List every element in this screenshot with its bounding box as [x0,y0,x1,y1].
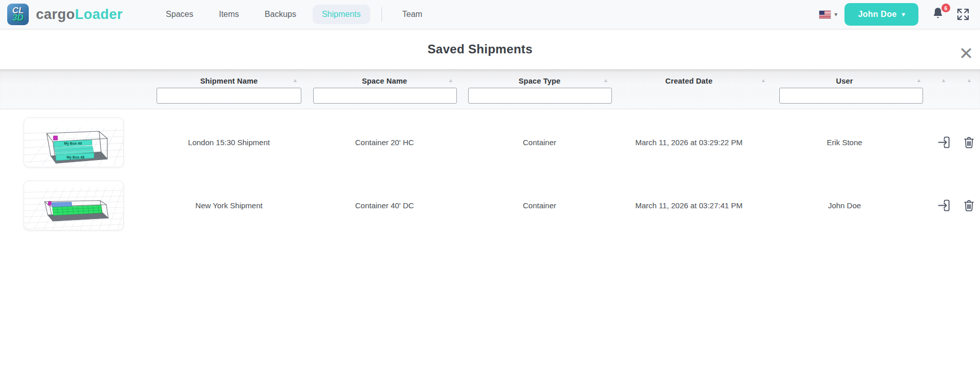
cell-created-date: March 11, 2026 at 03:29:22 PM [612,117,766,167]
container-3d-preview [24,181,123,230]
cell-user: Erik Stone [767,117,921,167]
chevron-down-icon: ▾ [902,11,905,18]
nav-divider [381,7,382,22]
column-header-shipment-name[interactable]: Shipment Name [152,77,306,85]
brand-gray-part: cargo [36,7,75,22]
fullscreen-button[interactable] [953,5,973,24]
column-header-user[interactable]: User [767,77,921,85]
brand-wordmark: cargoLoader [36,7,123,23]
us-flag-icon [819,11,831,18]
delete-shipment-button[interactable] [959,181,978,230]
app-window: CL 3D cargoLoader Spaces Items Backups S… [0,0,980,376]
cell-space-type: Container [463,181,617,230]
open-shipment-button[interactable] [934,117,953,167]
expand-icon [955,7,971,22]
shipment-thumbnail[interactable]: My Box 49 My Box 48 [24,117,124,167]
filter-input-space-name[interactable] [313,88,457,104]
user-menu-button[interactable]: John Doe ▾ [844,3,918,26]
filter-input-space-type[interactable] [468,88,612,104]
nav-item-items[interactable]: Items [209,5,248,24]
column-header-created-date[interactable]: Created Date [612,77,766,85]
modal-header: Saved Shipments [0,29,960,69]
app-logo-icon[interactable]: CL 3D [7,4,29,25]
nav-item-shipments[interactable]: Shipments [313,5,370,24]
table-row: My Box 49 My Box 48 London 15:30 Shipmen… [0,117,980,167]
user-menu-label: John Doe [858,10,896,19]
close-modal-button[interactable]: ✕ [956,43,976,64]
trash-icon [962,135,976,149]
column-header-space-type[interactable]: Space Type [463,77,617,85]
cell-space-name: Container 20' HC [308,117,462,167]
sort-asc-icon[interactable]: ▲ [602,77,609,83]
language-selector[interactable]: ▾ [819,11,837,18]
container-3d-preview: My Box 49 My Box 48 [24,118,123,167]
sort-asc-icon[interactable]: ▲ [447,77,454,83]
notification-count-badge: 6 [941,4,950,12]
brand-teal-part: Loader [75,7,123,22]
nav-item-team[interactable]: Team [393,5,432,24]
delete-shipment-button[interactable] [959,117,978,167]
open-shipment-button[interactable] [934,181,953,230]
filter-input-user[interactable] [779,88,923,104]
thumb-box-label-bottom: My Box 48 [67,155,85,160]
notifications-button[interactable]: 6 [931,6,946,23]
filter-input-shipment-name[interactable] [157,88,301,104]
cell-space-type: Container [463,117,617,167]
sort-asc-icon[interactable]: ▲ [940,77,947,83]
chevron-down-icon: ▾ [834,11,837,18]
trash-icon [962,199,976,212]
sort-asc-icon[interactable]: ▲ [966,77,973,83]
top-navbar: CL 3D cargoLoader Spaces Items Backups S… [0,0,980,29]
cell-shipment-name: New York Shipment [152,181,306,230]
cell-space-name: Container 40' DC [308,181,462,230]
table-row: New York Shipment Container 40' DC Conta… [0,181,980,230]
shipment-thumbnail[interactable] [24,181,124,230]
navbar-right-cluster: ▾ John Doe ▾ 6 [819,3,973,26]
main-nav: Spaces Items Backups Shipments Team [157,5,432,24]
nav-item-backups[interactable]: Backups [256,5,305,24]
page-title: Saved Shipments [428,42,533,56]
logo-badge-line2: 3D [12,14,24,22]
open-in-icon [937,135,951,149]
sort-asc-icon[interactable]: ▲ [760,77,767,83]
sort-asc-icon[interactable]: ▲ [915,77,923,83]
column-header-space-name[interactable]: Space Name [308,77,462,85]
cell-created-date: March 11, 2026 at 03:27:41 PM [612,181,766,230]
sort-asc-icon[interactable]: ▲ [292,77,299,83]
cell-shipment-name: London 15:30 Shipment [152,117,306,167]
thumb-box-label-top: My Box 49 [64,142,82,146]
open-in-icon [937,199,951,212]
nav-item-spaces[interactable]: Spaces [157,5,202,24]
cell-user: John Doe [767,181,921,230]
